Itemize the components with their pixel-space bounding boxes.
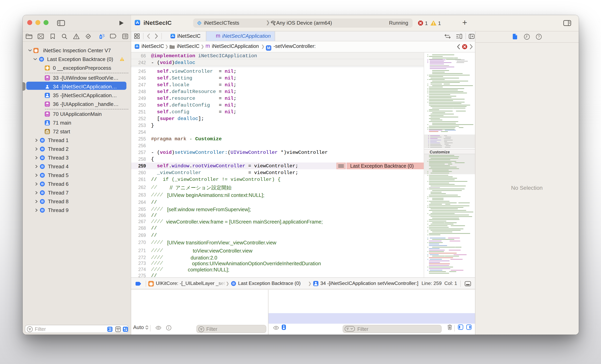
svg-text:P: P — [199, 22, 200, 25]
svg-text:?: ? — [538, 35, 540, 39]
